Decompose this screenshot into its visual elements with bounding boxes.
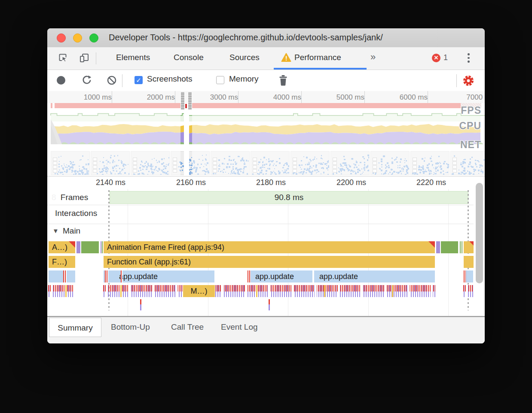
collapse-arrow-icon[interactable]: ▼ — [52, 227, 59, 234]
flame-bar-app-update-1[interactable]: app.update — [103, 270, 215, 282]
net-label: NET — [430, 139, 481, 151]
tab-performance[interactable]: Performance — [294, 53, 341, 62]
title-bar: Developer Tools - https://googlechrome.g… — [47, 28, 485, 48]
main-ruler-label: 2200 ms — [319, 178, 366, 187]
flame-bar-function-call[interactable]: Function Call (app.js:61) — [103, 256, 435, 268]
tab-event-log[interactable]: Event Log — [221, 322, 258, 332]
flame-bar-animation-frame-fired[interactable]: Animation Frame Fired (app.js:94) — [103, 241, 435, 253]
flame-bar-animation-short[interactable]: A…) — [48, 241, 76, 253]
flame-bar-animation-right[interactable] — [463, 241, 474, 253]
frame-duration-bar[interactable]: 90.8 ms — [110, 191, 468, 204]
overview-dim-left — [47, 103, 180, 175]
kebab-menu-icon[interactable] — [468, 53, 470, 63]
scrollbar-thumb[interactable] — [476, 183, 483, 283]
flame-micro-tick[interactable] — [140, 299, 141, 310]
more-tabs-chevron[interactable]: » — [370, 52, 376, 63]
maximize-window-button[interactable] — [89, 33, 98, 43]
main-ruler-label: 2220 ms — [399, 178, 446, 187]
flame-bar-function-right[interactable] — [463, 256, 474, 268]
flame-micro-stripes[interactable] — [48, 285, 76, 297]
fps-label: FPS — [430, 105, 481, 116]
clear-icon[interactable] — [107, 75, 117, 85]
ruler-tick — [175, 91, 175, 103]
ruler-tick — [301, 91, 302, 103]
screenshots-checkbox[interactable]: ✓ — [135, 76, 143, 84]
row-divider — [47, 205, 485, 205]
ruler-tick — [364, 91, 365, 103]
window-title: Developer Tools - https://googlechrome.g… — [109, 33, 383, 43]
warning-icon — [281, 53, 291, 62]
overview-ruler-label: 2000 ms — [136, 93, 175, 102]
inspect-element-icon[interactable] — [58, 53, 68, 63]
flame-bar-green-sliver[interactable] — [102, 241, 103, 253]
main-ruler-label: 2180 ms — [238, 178, 286, 187]
overview-ruler-label: 4000 ms — [263, 93, 301, 102]
active-tab-underline — [274, 68, 367, 70]
selection-handle-right[interactable] — [188, 91, 192, 110]
memory-checkbox[interactable] — [216, 76, 224, 84]
flame-bar-green-sliver[interactable] — [462, 241, 462, 253]
ruler-tick — [112, 91, 112, 103]
flame-micro-stripes[interactable] — [103, 285, 435, 297]
divider — [456, 74, 457, 87]
error-count[interactable]: 1 — [443, 53, 448, 62]
flame-bar-app-update-2[interactable]: app.update — [247, 270, 313, 282]
flame-micro-stripes[interactable] — [463, 285, 474, 297]
screenshots-label[interactable]: Screenshots — [147, 74, 193, 84]
devtools-tab-bar: Elements Console Sources Performance » ✕… — [47, 47, 485, 70]
flame-bar-purple-sliver[interactable] — [76, 241, 80, 253]
frames-row-label: Frames — [49, 191, 100, 204]
flame-bar-m-short[interactable]: M…) — [183, 285, 215, 297]
selection-column — [184, 103, 189, 175]
flame-bar-update-left[interactable] — [48, 270, 76, 282]
flame-bar-update-right[interactable] — [463, 270, 474, 282]
tab-console[interactable]: Console — [174, 53, 204, 62]
main-ruler-label: 2140 ms — [78, 178, 125, 187]
cpu-label: CPU — [430, 120, 481, 132]
memory-label[interactable]: Memory — [229, 74, 259, 84]
divider — [122, 74, 122, 87]
flame-micro-tick[interactable] — [269, 299, 270, 310]
performance-toolbar: ✓ Screenshots Memory — [47, 70, 485, 91]
main-track-label[interactable]: Main — [63, 226, 80, 236]
tab-sources[interactable]: Sources — [229, 53, 260, 62]
tab-call-tree[interactable]: Call Tree — [171, 322, 204, 332]
overview-ruler-label: 7000 m — [452, 93, 485, 102]
ruler-tick — [428, 91, 428, 103]
record-button[interactable] — [57, 76, 65, 85]
minimize-window-button[interactable] — [73, 33, 82, 43]
device-toolbar-icon[interactable] — [79, 52, 90, 64]
flame-bar-app-update-3[interactable]: app.update — [314, 270, 435, 282]
row-divider — [47, 224, 485, 224]
details-tab-bar: Summary Bottom-Up Call Tree Event Log — [47, 317, 485, 343]
flame-bar-function-short[interactable]: F…) — [48, 256, 76, 268]
selection-fps-tick — [185, 104, 187, 108]
trash-icon[interactable] — [278, 75, 288, 86]
flame-bar-green-block[interactable] — [441, 241, 458, 253]
main-ruler-label: 2160 ms — [159, 178, 206, 187]
overview-ruler-label: 3000 ms — [199, 93, 238, 102]
flame-bar-green-block[interactable] — [81, 241, 99, 253]
overview-ruler-label: 1000 ms — [73, 93, 112, 102]
selection-handle-left[interactable] — [180, 91, 185, 110]
ruler-tick — [238, 91, 238, 103]
tab-summary[interactable]: Summary — [49, 318, 101, 337]
close-window-button[interactable] — [57, 33, 66, 43]
tab-bottom-up[interactable]: Bottom-Up — [111, 322, 150, 332]
overview-ruler-label: 5000 ms — [326, 93, 364, 102]
reload-icon[interactable] — [82, 75, 92, 85]
tab-elements[interactable]: Elements — [116, 53, 150, 62]
devtools-window: Developer Tools - https://googlechrome.g… — [47, 28, 485, 343]
overview-ruler-label: 6000 ms — [389, 93, 428, 102]
divider — [96, 52, 96, 64]
gear-icon[interactable] — [462, 75, 474, 87]
error-badge-icon[interactable]: ✕ — [432, 54, 440, 62]
interactions-row-label: Interactions — [55, 209, 97, 218]
flame-bar-green-sliver[interactable] — [460, 241, 461, 253]
flame-bar-purple-sliver[interactable] — [436, 241, 440, 253]
flame-bar-purple-sliver[interactable] — [101, 241, 101, 253]
